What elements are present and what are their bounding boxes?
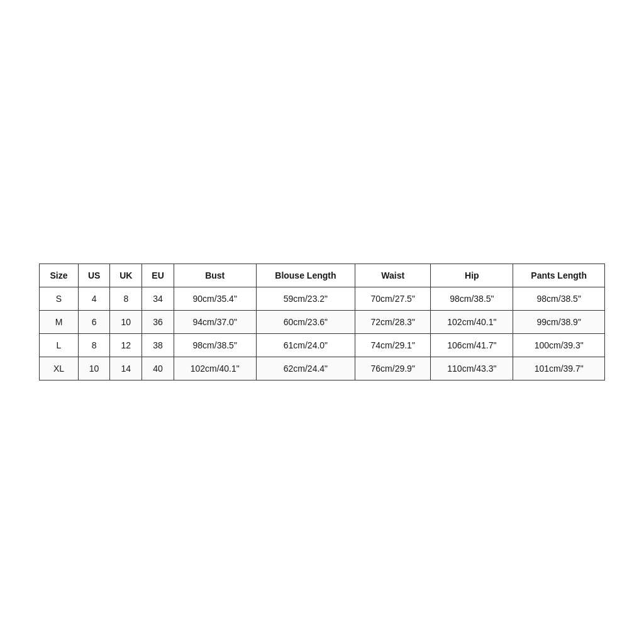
cell-waist-row-3: 76cm/29.9" bbox=[355, 357, 431, 380]
table-row: S483490cm/35.4"59cm/23.2"70cm/27.5"98cm/… bbox=[40, 287, 605, 311]
cell-pants_length-row-1: 99cm/38.9" bbox=[513, 311, 605, 334]
cell-bust-row-3: 102cm/40.1" bbox=[174, 357, 256, 380]
cell-pants_length-row-2: 100cm/39.3" bbox=[513, 334, 605, 357]
cell-size-row-3: XL bbox=[40, 357, 79, 380]
cell-uk-row-3: 14 bbox=[110, 357, 142, 380]
cell-eu-row-1: 36 bbox=[142, 311, 174, 334]
cell-eu-row-3: 40 bbox=[142, 357, 174, 380]
cell-size-row-0: S bbox=[40, 287, 79, 311]
col-header-bust: Bust bbox=[174, 264, 256, 287]
cell-hip-row-2: 106cm/41.7" bbox=[431, 334, 513, 357]
table-row: M6103694cm/37.0"60cm/23.6"72cm/28.3"102c… bbox=[40, 311, 605, 334]
cell-blouse_length-row-1: 60cm/23.6" bbox=[256, 311, 355, 334]
cell-us-row-2: 8 bbox=[79, 334, 110, 357]
cell-bust-row-1: 94cm/37.0" bbox=[174, 311, 256, 334]
cell-blouse_length-row-3: 62cm/24.4" bbox=[256, 357, 355, 380]
cell-pants_length-row-0: 98cm/38.5" bbox=[513, 287, 605, 311]
cell-uk-row-2: 12 bbox=[110, 334, 142, 357]
cell-us-row-3: 10 bbox=[79, 357, 110, 380]
cell-bust-row-0: 90cm/35.4" bbox=[174, 287, 256, 311]
cell-waist-row-2: 74cm/29.1" bbox=[355, 334, 431, 357]
cell-waist-row-1: 72cm/28.3" bbox=[355, 311, 431, 334]
cell-size-row-2: L bbox=[40, 334, 79, 357]
cell-hip-row-3: 110cm/43.3" bbox=[431, 357, 513, 380]
cell-bust-row-2: 98cm/38.5" bbox=[174, 334, 256, 357]
table-header-row: Size US UK EU Bust Blouse Length Waist H… bbox=[40, 264, 605, 287]
table-row: L8123898cm/38.5"61cm/24.0"74cm/29.1"106c… bbox=[40, 334, 605, 357]
cell-us-row-1: 6 bbox=[79, 311, 110, 334]
cell-us-row-0: 4 bbox=[79, 287, 110, 311]
cell-size-row-1: M bbox=[40, 311, 79, 334]
cell-uk-row-1: 10 bbox=[110, 311, 142, 334]
cell-waist-row-0: 70cm/27.5" bbox=[355, 287, 431, 311]
size-chart-container: Size US UK EU Bust Blouse Length Waist H… bbox=[39, 264, 605, 380]
col-header-blouse-length: Blouse Length bbox=[256, 264, 355, 287]
col-header-hip: Hip bbox=[431, 264, 513, 287]
col-header-pants-length: Pants Length bbox=[513, 264, 605, 287]
cell-hip-row-0: 98cm/38.5" bbox=[431, 287, 513, 311]
cell-hip-row-1: 102cm/40.1" bbox=[431, 311, 513, 334]
col-header-waist: Waist bbox=[355, 264, 431, 287]
cell-pants_length-row-3: 101cm/39.7" bbox=[513, 357, 605, 380]
col-header-uk: UK bbox=[110, 264, 142, 287]
cell-eu-row-0: 34 bbox=[142, 287, 174, 311]
table-row: XL101440102cm/40.1"62cm/24.4"76cm/29.9"1… bbox=[40, 357, 605, 380]
cell-blouse_length-row-0: 59cm/23.2" bbox=[256, 287, 355, 311]
col-header-us: US bbox=[79, 264, 110, 287]
cell-blouse_length-row-2: 61cm/24.0" bbox=[256, 334, 355, 357]
cell-eu-row-2: 38 bbox=[142, 334, 174, 357]
size-chart-table: Size US UK EU Bust Blouse Length Waist H… bbox=[39, 264, 605, 380]
col-header-size: Size bbox=[40, 264, 79, 287]
cell-uk-row-0: 8 bbox=[110, 287, 142, 311]
col-header-eu: EU bbox=[142, 264, 174, 287]
